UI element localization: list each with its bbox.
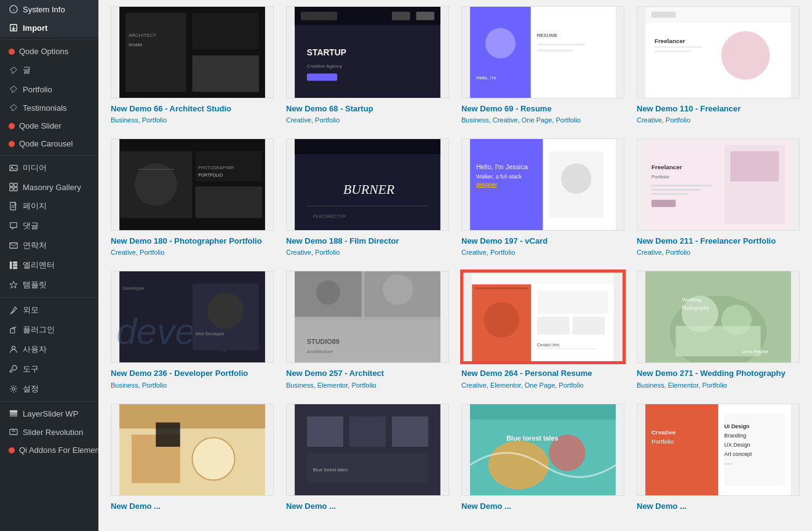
demo-card-row4d[interactable]: UI Design Branding UX Design Art concept… [637,404,800,512]
demo-title-demo264: New Demo 264 - Personal Resume [461,368,624,379]
demo-card-demo271[interactable]: Wedding Photography Lena Fletcher New De… [637,271,800,388]
demo-card-demo188[interactable]: BURNER FILM DIRECTOR New Demo 188 - Film… [286,138,449,256]
sidebar-item-qode-slider[interactable]: Qode Slider [0,117,98,135]
demo-thumb-demo236: develop Web Developer Developer [111,271,274,363]
demo-card-demo236[interactable]: develop Web Developer Developer New Demo… [111,271,274,388]
demo-title-demo68: New Demo 68 - Startup [286,103,449,114]
sidebar-item-media[interactable]: 미디어 [0,158,98,178]
sidebar-item-page[interactable]: 페이지 [0,196,98,216]
sidebar-item-import[interactable]: Import [0,18,98,37]
svg-rect-79 [651,185,712,186]
svg-text:Architecture: Architecture [307,349,333,355]
demo-thumb-demo257: STUDIO89 Architecture [286,271,449,363]
sidebar-item-qode-carousel[interactable]: Qode Carousel [0,135,98,153]
svg-point-20 [12,346,15,349]
svg-text:designer: designer [476,182,497,188]
sidebar-item-settings[interactable]: 설정 [0,379,98,399]
svg-text:Developer: Developer [122,285,145,291]
sidebar-label: LayerSlider WP [23,409,78,418]
svg-text:Creative Agency: Creative Agency [307,63,342,69]
sidebar-item-elementor[interactable]: 엘리멘터 [0,255,98,275]
sidebar-item-qode-options[interactable]: Qode Options [0,42,98,60]
sidebar-label: 설정 [23,383,39,394]
svg-rect-8 [10,188,13,191]
svg-rect-39 [307,74,337,81]
svg-rect-7 [14,183,17,186]
media-icon [9,163,18,173]
demo-title-demo197: New Demo 197 - vCard [461,236,624,247]
demo-card-demo180[interactable]: PHOTOGRAPHER PORTFOLIO New Demo 180 - Ph… [111,138,274,256]
sidebar-item-system-info[interactable]: i System Info [0,0,98,18]
sidebar-item-slider-revolution[interactable]: Slider Revolution [0,423,98,441]
sidebar-item-portfolio[interactable]: Portfolio [0,80,98,98]
sidebar-item-template[interactable]: 템플릿 [0,275,98,295]
svg-rect-52 [655,46,703,48]
demo-card-demo68[interactable]: STARTUP Creative Agency New Demo 68 - St… [286,6,449,124]
demo-tags-demo211: Creative, Portfolio [637,249,800,256]
svg-rect-49 [651,12,675,18]
svg-rect-124 [392,416,428,446]
sidebar-item-tools[interactable]: 도구 [0,359,98,379]
svg-rect-128 [470,404,616,420]
dot-icon [9,49,15,55]
sidebar-item-appearance[interactable]: 외모 [0,300,98,320]
svg-rect-103 [537,290,608,314]
sidebar-label: 미디어 [23,162,47,174]
sidebar-item-users[interactable]: 사용자 [0,340,98,359]
svg-text:UX Design: UX Design [724,442,750,448]
demo-thumb-demo188: BURNER FILM DIRECTOR [286,138,449,231]
demo-title-demo236: New Demo 236 - Developer Portfolio [111,368,274,379]
sidebar-label: Slider Revolution [23,428,83,437]
demo-card-demo110[interactable]: Freelancer New Demo 110 - FreelancerCrea… [637,6,800,124]
sidebar-label: Portfolio [23,85,52,94]
sidebar-item-testimonials[interactable]: Testimonials [0,98,98,117]
sidebar-item-qi-addons[interactable]: Qi Addons For Elementor [0,441,98,459]
svg-text:Branding: Branding [724,433,746,439]
sidebar-label: Qode Slider [19,121,62,130]
svg-text:STARTUP: STARTUP [307,47,346,57]
demo-title-demo211: New Demo 211 - Freelancer Portfolio [637,236,800,247]
user-icon [9,345,18,354]
svg-point-101 [484,302,520,338]
slider-icon [9,427,18,437]
sidebar-item-layerslider[interactable]: LayerSlider WP [0,404,98,423]
demo-card-demo257[interactable]: STUDIO89 Architecture New Demo 257 - Arc… [286,271,449,388]
demo-card-demo66[interactable]: ARCHITECT STUDIO New Demo 66 - Architect… [111,6,274,124]
sidebar-item-comment[interactable]: 댓글 [0,216,98,236]
demo-card-demo211[interactable]: Freelancer Portfolio New Demo 211 - Free… [637,138,800,256]
demo-title-demo257: New Demo 257 - Architect [286,368,449,379]
demo-tags-demo188: Creative, Portfolio [286,249,449,256]
demo-thumb-demo68: STARTUP Creative Agency [286,6,449,98]
demo-card-row4c[interactable]: Blue forest tales New Demo ... [461,404,624,512]
sidebar-item-plugins[interactable]: 플러그인 [0,320,98,340]
svg-text:Hello, I'm: Hello, I'm [476,75,496,81]
demo-card-row4a[interactable]: New Demo ... [111,404,274,512]
svg-text:Contact Info: Contact Info [537,343,559,347]
svg-text:Web Developer: Web Developer [195,332,225,337]
demo-card-demo264[interactable]: Contact Info New Demo 264 - Personal Res… [461,271,624,388]
demo-card-row4b[interactable]: Blue forest tales New Demo ... [286,404,449,512]
mail-icon [9,241,18,250]
svg-rect-28 [193,13,260,49]
svg-text:UI Design: UI Design [724,423,749,429]
svg-rect-107 [537,348,596,349]
demo-thumb-demo271: Wedding Photography Lena Fletcher [637,271,800,363]
tools-icon [9,364,18,374]
svg-text:STUDIO89: STUDIO89 [307,338,340,346]
plugin-icon [9,325,18,335]
svg-rect-35 [392,12,410,20]
svg-rect-6 [10,183,13,186]
sidebar-item-masonry-gallery[interactable]: Masonry Gallery [0,178,98,196]
demo-card-demo69[interactable]: Hello, I'm RESUME New Demo 69 - ResumeBu… [461,6,624,124]
sidebar-item-contact[interactable]: 연락처 [0,236,98,255]
demo-card-demo197[interactable]: Hello, I'm Jessica Walker, a full-stack … [461,138,624,256]
demo-title-demo110: New Demo 110 - Freelancer [637,103,800,114]
sidebar-item-write[interactable]: 글 [0,60,98,80]
elementor-icon [9,260,18,270]
demo-tags-demo69: Business, Creative, One Page, Portfolio [461,116,624,124]
svg-rect-120 [156,422,180,446]
pin-icon [9,65,18,75]
svg-rect-46 [537,49,573,52]
sidebar-label: 도구 [23,364,39,375]
demo-title-demo271: New Demo 271 - Wedding Photography [637,368,800,379]
